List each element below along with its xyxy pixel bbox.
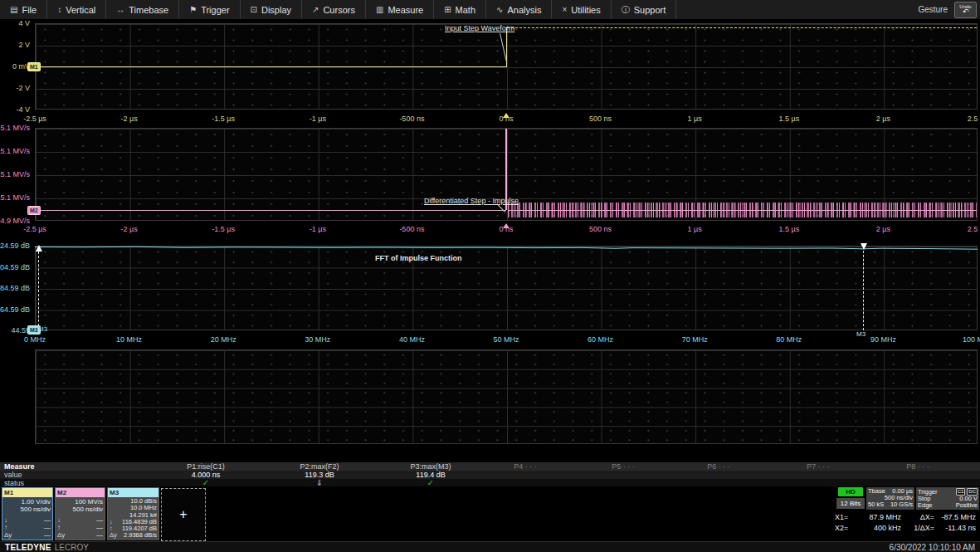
flag-icon: ⚑: [189, 5, 197, 14]
timebase-summary-box[interactable]: Tbase0.00 µs 500 ns/div 50 kS10 GS/s: [866, 487, 914, 510]
plot3-x-tick: 80 MHz: [776, 335, 802, 344]
delta-y-icon: Δy: [110, 532, 117, 539]
m3-delta-value: 2.9368 dB/s: [124, 532, 157, 539]
m2-vertical-scale: 100 MV/s: [57, 498, 103, 506]
undo-button[interactable]: Undo ↶: [954, 2, 977, 18]
m2-cursor-down-value: —: [96, 516, 103, 524]
menu-math-label: Math: [456, 5, 475, 15]
measure-p5-header[interactable]: P5 · · ·: [612, 462, 635, 471]
menu-cursors[interactable]: ↗Cursors: [302, 0, 366, 19]
plot2-y-tick: 115.1 MV/s: [0, 193, 30, 202]
tbase-rate: 10 GS/s: [890, 501, 913, 508]
measure-p8-header[interactable]: P8 · · ·: [906, 462, 929, 471]
plot2-x-tick: -2 µs: [120, 225, 137, 233]
plot2-x-tick: 2.5 µs: [968, 225, 980, 233]
channel-box-m2[interactable]: M2 100 MV/s 500 ns/div ↓— ↑— Δy—: [55, 487, 105, 540]
trigger-slope: Positive: [956, 502, 978, 509]
menu-analysis[interactable]: ∿Analysis: [486, 0, 552, 19]
tbase-title: Tbase: [868, 488, 885, 495]
cursor-x2-line[interactable]: [38, 252, 39, 330]
status-row-label: status: [4, 479, 24, 487]
brand-teledyne: TELEDYNE: [5, 543, 51, 552]
plot1-y-tick: 4 V: [18, 19, 30, 27]
plot2-x-axis: -2.5 µs-2 µs-1.5 µs-1 µs-500 ns0 ns500 n…: [35, 225, 978, 235]
step-trace-baseline: [35, 66, 506, 67]
menu-bar: ▤File ↕Vertical ↔Timebase ⚑Trigger ⊡Disp…: [0, 0, 980, 20]
m2-cursor-up-value: —: [96, 524, 103, 531]
plot1-x-tick: -1.5 µs: [212, 115, 235, 123]
dx-label: ΔX=: [904, 512, 934, 523]
measure-p2-header[interactable]: P2:max(F2): [300, 462, 339, 471]
plot3-y-tick: 104.59 dB: [0, 262, 30, 271]
channel-box-m1[interactable]: M1 1.00 V/div 500 ns/div ↓— ↑— Δy—: [2, 487, 53, 540]
menu-timebase-label: Timebase: [129, 5, 168, 15]
menu-math[interactable]: ⊞Math: [434, 0, 486, 19]
x1-value: 87.9 MHz: [855, 512, 901, 523]
trigger-type: Edge: [918, 502, 933, 509]
fft-trace: [35, 246, 978, 330]
undo-arrow-icon: ↶: [963, 8, 969, 16]
info-icon: ⓘ: [622, 4, 630, 16]
hd-mode-badge[interactable]: HD: [838, 487, 863, 496]
cursor-x1-line[interactable]: [863, 251, 864, 330]
tools-icon: ×: [562, 5, 567, 14]
measure-p7-header[interactable]: P7 · · ·: [807, 462, 830, 471]
menu-display-label: Display: [261, 5, 291, 15]
vertical-arrows-icon: ↕: [57, 5, 61, 14]
trace-badge-m1[interactable]: M1: [27, 62, 41, 71]
m2-horizontal-scale: 500 ns/div: [57, 506, 103, 513]
measure-p6-header[interactable]: P6 · · ·: [707, 462, 730, 471]
plot2-y-tick: 315.1 MV/s: [0, 170, 30, 178]
m1-horizontal-scale: 500 ns/div: [4, 506, 51, 513]
menu-timebase[interactable]: ↔Timebase: [106, 0, 179, 19]
cursor-x2-arrow-icon[interactable]: [36, 245, 42, 252]
plot2-x-tick: -1 µs: [310, 225, 326, 233]
dx-value: -87.5 MHz: [934, 512, 976, 523]
x1-label: X1=: [835, 512, 855, 523]
plot1-x-tick: 2 µs: [876, 115, 890, 123]
measure-header-row: Measure P1:rise(C1) P2:max(F2) P3:max(M3…: [0, 462, 980, 471]
menu-vertical[interactable]: ↕Vertical: [47, 0, 106, 19]
channel-box-m3[interactable]: M3 10.0 dB/s 10.0 MHz 14.291 k# ↓116.483…: [107, 487, 159, 540]
plot3-x-tick: 20 MHz: [211, 335, 236, 344]
plot2-x-tick: -500 ns: [399, 225, 424, 233]
trigger-summary-box[interactable]: Trigger C1 DC Stop0.00 V EdgePositive: [916, 487, 979, 510]
horizontal-arrows-icon: ↔: [116, 5, 124, 14]
menu-utilities[interactable]: ×Utilities: [552, 0, 611, 19]
measure-p4-header[interactable]: P4 · · ·: [514, 462, 537, 471]
plot3-x-tick: 70 MHz: [682, 335, 708, 344]
menu-support[interactable]: ⓘSupport: [612, 0, 677, 19]
plot1-x-tick: 1 µs: [688, 115, 702, 123]
menu-file[interactable]: ▤File: [0, 0, 47, 19]
measure-p3-header[interactable]: P3:max(M3): [410, 462, 451, 471]
pointer-icon: ↗: [312, 5, 319, 14]
cursor-x1-arrow-icon[interactable]: [861, 243, 867, 250]
plot2-y-tick: 715.1 MV/s: [0, 124, 30, 132]
plot2-y-tick: -84.9 MV/s: [0, 217, 30, 225]
plot3-x-tick: 40 MHz: [399, 335, 425, 344]
m1-delta-value: —: [44, 531, 51, 539]
add-trace-button[interactable]: +: [161, 488, 206, 541]
measure-value-row: value 4.000 ns 119.3 dB 119.4 dB: [0, 471, 980, 479]
plot1-x-tick: 2.5 µs: [968, 115, 980, 123]
menu-measure[interactable]: ▥Measure: [366, 0, 434, 19]
measure-p1-header[interactable]: P1:rise(C1): [187, 462, 225, 471]
menu-trigger[interactable]: ⚑Trigger: [179, 0, 240, 19]
plot3-y-tick: 124.59 dB: [0, 242, 30, 250]
plot1-x-tick: -2.5 µs: [23, 115, 46, 123]
plot4-grid-empty[interactable]: [35, 349, 978, 444]
menu-measure-label: Measure: [388, 5, 423, 15]
trace-badge-m2[interactable]: M2: [27, 206, 41, 215]
waveform-icon: ∿: [496, 5, 503, 14]
menu-display[interactable]: ⊡Display: [241, 0, 302, 19]
menu-vertical-label: Vertical: [66, 5, 95, 15]
datetime-label: 6/30/2022 10:10:10 AM: [890, 543, 975, 552]
plot1-x-tick: -500 ns: [399, 115, 424, 123]
plus-icon: +: [179, 507, 187, 522]
measure-table: Measure P1:rise(C1) P2:max(F2) P3:max(M3…: [0, 462, 980, 486]
plot3-y-tick: 84.59 dB: [0, 284, 30, 292]
plot3-x-tick: 100 MHz: [963, 335, 980, 344]
m1-cursor-up-value: —: [44, 524, 51, 531]
menu-file-label: File: [22, 5, 37, 15]
file-icon: ▤: [10, 5, 17, 14]
